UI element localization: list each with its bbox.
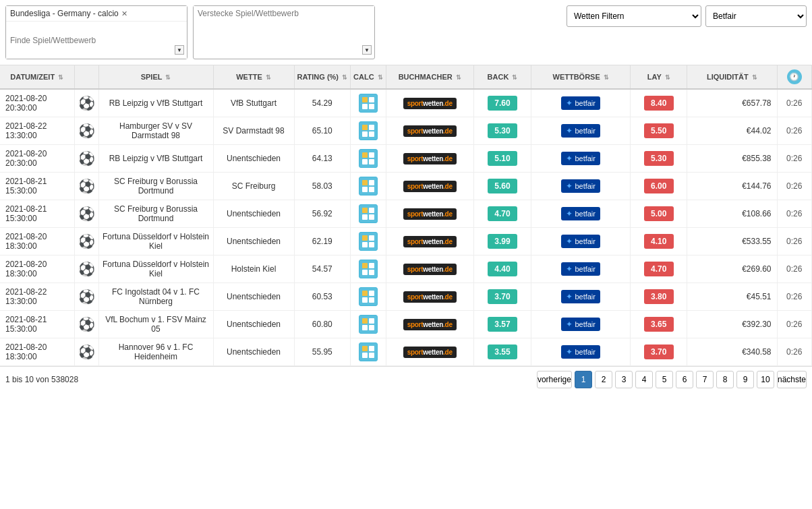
- betfair-logo[interactable]: ✦ betfair: [561, 262, 600, 276]
- calc-button[interactable]: [359, 260, 378, 278]
- sportwetten-logo[interactable]: sportwetten.de: [403, 153, 457, 164]
- col-exchange[interactable]: WETTBÖRSE ⇅: [531, 65, 631, 89]
- page-btn-7[interactable]: 7: [696, 371, 714, 388]
- prev-button[interactable]: vorherige: [537, 371, 572, 388]
- filter-tag[interactable]: Bundesliga - Germany - calcio ✕: [6, 6, 187, 22]
- cell-exchange[interactable]: ✦ betfair: [531, 117, 631, 145]
- betfair-logo[interactable]: ✦ betfair: [561, 124, 600, 138]
- cell-bookmaker[interactable]: sportwetten.de: [386, 283, 473, 311]
- cell-datetime: 2021-08-2020:30:00: [0, 145, 74, 173]
- page-btn-4[interactable]: 4: [635, 371, 653, 388]
- cell-exchange[interactable]: ✦ betfair: [531, 283, 631, 311]
- cell-sport: ⚽: [74, 283, 98, 311]
- calc-button[interactable]: [359, 232, 378, 251]
- cell-bookmaker[interactable]: sportwetten.de: [386, 338, 473, 366]
- cell-calc[interactable]: [351, 283, 386, 311]
- lay-value: 3.70: [644, 345, 674, 359]
- cell-exchange[interactable]: ✦ betfair: [531, 145, 631, 173]
- calc-button[interactable]: [359, 121, 378, 140]
- col-time[interactable]: 🕐: [777, 65, 811, 89]
- back-value: 5.30: [488, 123, 517, 138]
- cell-calc[interactable]: [351, 338, 386, 366]
- page-btn-2[interactable]: 2: [595, 371, 612, 388]
- cell-bookmaker[interactable]: sportwetten.de: [386, 200, 473, 228]
- betfair-logo[interactable]: ✦ betfair: [561, 152, 600, 165]
- cell-exchange[interactable]: ✦ betfair: [531, 200, 631, 228]
- page-btn-10[interactable]: 10: [757, 371, 774, 388]
- cell-bookmaker[interactable]: sportwetten.de: [386, 311, 473, 338]
- col-datetime[interactable]: DATUM/ZEIT ⇅: [0, 65, 74, 89]
- col-liquidity[interactable]: LIQUIDITÄT ⇅: [687, 65, 777, 89]
- calc-button[interactable]: [359, 177, 378, 196]
- cell-calc[interactable]: [351, 89, 386, 117]
- col-bookmaker[interactable]: BUCHMACHER ⇅: [386, 65, 473, 89]
- filter1-input[interactable]: [6, 22, 187, 59]
- calc-button[interactable]: [359, 342, 378, 361]
- cell-exchange[interactable]: ✦ betfair: [531, 173, 631, 200]
- betfair-logo[interactable]: ✦ betfair: [561, 207, 600, 220]
- soccer-ball-icon: ⚽: [78, 262, 95, 276]
- cell-calc[interactable]: [351, 200, 386, 228]
- cell-exchange[interactable]: ✦ betfair: [531, 311, 631, 338]
- cell-liquidity: €533.55: [687, 228, 777, 256]
- cell-exchange[interactable]: ✦ betfair: [531, 256, 631, 283]
- sportwetten-logo[interactable]: sportwetten.de: [403, 236, 457, 247]
- betfair-logo[interactable]: ✦ betfair: [561, 318, 600, 331]
- filter2-dropdown-arrow[interactable]: ▼: [362, 45, 372, 55]
- calc-button[interactable]: [359, 287, 378, 306]
- cell-exchange[interactable]: ✦ betfair: [531, 89, 631, 117]
- col-sport: [74, 65, 98, 89]
- calc-button[interactable]: [359, 204, 378, 223]
- cell-bookmaker[interactable]: sportwetten.de: [386, 228, 473, 256]
- page-btn-6[interactable]: 6: [676, 371, 693, 388]
- col-calc[interactable]: CALC ⇅: [351, 65, 386, 89]
- back-value: 5.60: [488, 179, 517, 193]
- bookmaker-select[interactable]: Betfair: [705, 5, 807, 27]
- filter-tag-remove[interactable]: ✕: [121, 9, 127, 18]
- page-btn-8[interactable]: 8: [716, 371, 734, 388]
- page-btn-3[interactable]: 3: [615, 371, 633, 388]
- cell-calc[interactable]: [351, 173, 386, 200]
- betfair-logo[interactable]: ✦ betfair: [561, 345, 600, 359]
- cell-bookmaker[interactable]: sportwetten.de: [386, 89, 473, 117]
- cell-exchange[interactable]: ✦ betfair: [531, 338, 631, 366]
- cell-calc[interactable]: [351, 228, 386, 256]
- sportwetten-logo[interactable]: sportwetten.de: [403, 319, 457, 330]
- betfair-logo[interactable]: ✦ betfair: [561, 96, 600, 110]
- sportwetten-logo[interactable]: sportwetten.de: [403, 125, 457, 137]
- filter1-dropdown-arrow[interactable]: ▼: [175, 45, 184, 55]
- cell-bookmaker[interactable]: sportwetten.de: [386, 117, 473, 145]
- cell-calc[interactable]: [351, 311, 386, 338]
- sportwetten-logo[interactable]: sportwetten.de: [403, 181, 457, 192]
- next-button[interactable]: nächste: [777, 371, 807, 388]
- cell-bookmaker[interactable]: sportwetten.de: [386, 145, 473, 173]
- calc-button[interactable]: [359, 149, 378, 168]
- cell-bookmaker[interactable]: sportwetten.de: [386, 173, 473, 200]
- col-game[interactable]: SPIEL ⇅: [98, 65, 213, 89]
- page-btn-5[interactable]: 5: [656, 371, 673, 388]
- betfair-logo[interactable]: ✦ betfair: [561, 235, 600, 248]
- page-btn-9[interactable]: 9: [736, 371, 754, 388]
- sportwetten-logo[interactable]: sportwetten.de: [403, 98, 457, 109]
- calc-button[interactable]: [359, 94, 378, 113]
- cell-calc[interactable]: [351, 117, 386, 145]
- col-rating[interactable]: RATING (%) ⇅: [294, 65, 351, 89]
- cell-bookmaker[interactable]: sportwetten.de: [386, 256, 473, 283]
- cell-exchange[interactable]: ✦ betfair: [531, 228, 631, 256]
- col-back[interactable]: BACK ⇅: [473, 65, 531, 89]
- wetten-select[interactable]: Wetten Filtern: [567, 5, 701, 27]
- cell-game: SC Freiburg v Borussia Dortmund: [98, 173, 213, 200]
- cell-calc[interactable]: [351, 256, 386, 283]
- sportwetten-logo[interactable]: sportwetten.de: [403, 291, 457, 303]
- page-btn-1[interactable]: 1: [575, 371, 592, 388]
- col-lay[interactable]: LAY ⇅: [631, 65, 687, 89]
- betfair-logo[interactable]: ✦ betfair: [561, 179, 600, 193]
- sportwetten-logo[interactable]: sportwetten.de: [403, 264, 457, 275]
- cell-calc[interactable]: [351, 145, 386, 173]
- sportwetten-logo[interactable]: sportwetten.de: [403, 208, 457, 220]
- calc-button[interactable]: [359, 315, 378, 334]
- betfair-logo[interactable]: ✦ betfair: [561, 290, 600, 303]
- col-bet[interactable]: WETTE ⇅: [213, 65, 294, 89]
- sportwetten-logo[interactable]: sportwetten.de: [403, 347, 457, 358]
- filter2-input[interactable]: [194, 6, 374, 21]
